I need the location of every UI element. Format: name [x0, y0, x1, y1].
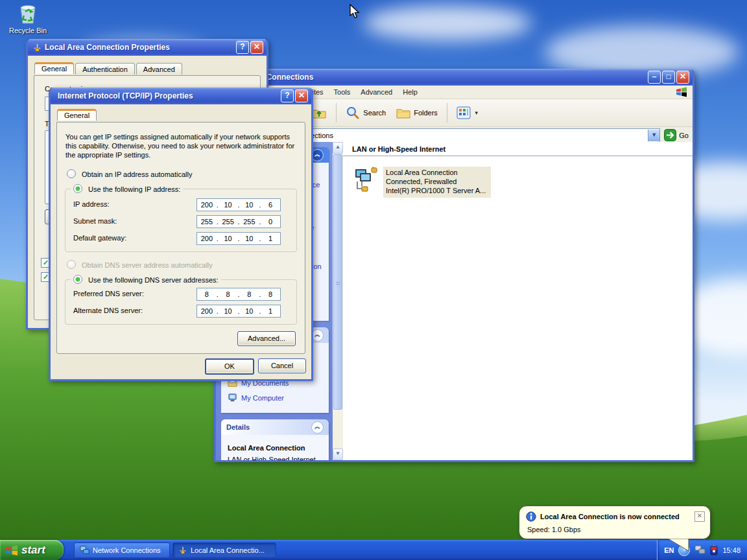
start-windows-flag-icon	[5, 544, 18, 557]
window-title: Network Connections	[231, 73, 646, 82]
alternate-dns-row: Alternate DNS server: 200. 10. 10. 1	[72, 305, 290, 318]
taskbar-button-lan-properties[interactable]: Local Area Connectio...	[172, 542, 276, 558]
close-button[interactable]: ✕	[250, 41, 263, 54]
default-gateway-label: Default gateway:	[73, 234, 126, 242]
help-button[interactable]: ?	[281, 89, 294, 102]
taskbar: start Network Connections Local Area Con…	[0, 540, 747, 560]
lan-properties-titlebar[interactable]: Local Area Connection Properties ? ✕	[28, 39, 267, 56]
collapse-chevron-icon[interactable]: ︽	[311, 421, 324, 434]
menu-help[interactable]: Help	[397, 87, 423, 97]
dialog-title: Local Area Connection Properties	[42, 43, 235, 52]
tcpip-general-tabpage: You can get IP settings assigned automat…	[56, 122, 305, 354]
clock[interactable]: 15:48	[722, 546, 741, 554]
network-connections-titlebar[interactable]: Network Connections – □ ✕	[216, 69, 693, 86]
alternate-dns-field[interactable]: 200. 10. 10. 1	[196, 305, 281, 318]
views-button[interactable]: ▼	[453, 104, 483, 122]
connection-device: Intel(R) PRO/1000 T Server A...	[386, 186, 486, 195]
my-computer-icon	[228, 393, 237, 402]
toolbar-separator	[447, 103, 447, 122]
menu-tools[interactable]: Tools	[329, 87, 356, 97]
lan-properties-dialog-icon	[32, 43, 42, 52]
balloon-tail	[667, 539, 690, 552]
views-dropdown-arrow: ▼	[474, 110, 479, 116]
recycle-bin-label: Recycle Bin	[8, 27, 48, 34]
dialog-title: Internet Protocol (TCP/IP) Properties	[55, 91, 279, 100]
search-button[interactable]: Search	[342, 104, 390, 122]
network-connections-taskbar-icon	[80, 545, 89, 555]
alternate-dns-label: Alternate DNS server:	[73, 307, 143, 314]
help-button[interactable]: ?	[236, 41, 249, 54]
preferred-dns-field[interactable]: 8. 8. 8. 8	[196, 288, 281, 301]
details-header[interactable]: Details ︽	[221, 419, 329, 435]
cancel-button[interactable]: Cancel	[258, 358, 306, 373]
recycle-bin-icon	[17, 3, 39, 25]
details-panel: Details ︽ Local Area Connection LAN or H…	[221, 419, 329, 460]
menu-advanced[interactable]: Advanced	[355, 87, 397, 97]
obtain-ip-radio[interactable]: Obtain an IP address automatically	[67, 169, 192, 178]
close-button[interactable]: ✕	[295, 89, 308, 102]
other-places-my-computer[interactable]: My Computer	[228, 393, 325, 402]
connection-item-text: Local Area Connection Connected, Firewal…	[383, 167, 491, 198]
go-button[interactable]: Go	[664, 129, 689, 141]
lan-connection-icon	[353, 167, 378, 192]
subnet-mask-field[interactable]: 255. 255. 255. 0	[196, 215, 281, 228]
minimize-button[interactable]: –	[648, 71, 661, 84]
go-icon	[664, 129, 676, 141]
ip-address-label: IP address:	[73, 200, 109, 208]
up-icon	[311, 105, 327, 121]
task-pane-scrollbar[interactable]: ▲ ▼	[333, 142, 343, 460]
maximize-button[interactable]: □	[662, 71, 675, 84]
folders-label: Folders	[414, 109, 438, 117]
battery-tray-icon[interactable]	[710, 545, 718, 555]
balloon-title: Local Area Connection is now connected	[540, 513, 680, 520]
scroll-thumb[interactable]	[333, 154, 342, 410]
network-tray-icon[interactable]	[694, 545, 706, 555]
connections-list: LAN or High-Speed Internet Local Area Co…	[343, 142, 693, 460]
tcpip-intro-text: You can get IP settings assigned automat…	[65, 132, 296, 159]
folders-icon	[396, 106, 410, 120]
notification-balloon: Local Area Connection is now connected ✕…	[519, 506, 711, 539]
ok-button[interactable]: OK	[205, 358, 254, 375]
connection-item[interactable]: Local Area Connection Connected, Firewal…	[353, 167, 693, 198]
preferred-dns-row: Preferred DNS server: 8. 8. 8. 8	[72, 288, 290, 301]
tcpip-dialog: Internet Protocol (TCP/IP) Properties ? …	[49, 88, 313, 381]
scroll-down-button[interactable]: ▼	[333, 449, 343, 460]
start-button[interactable]: start	[0, 540, 64, 560]
obtain-dns-radio-disabled: Obtain DNS server address automatically	[67, 260, 213, 269]
connection-name: Local Area Connection	[386, 168, 486, 177]
ip-address-row: IP address: 200. 10. 10. 6	[72, 198, 290, 211]
search-label: Search	[363, 109, 386, 117]
ip-address-field[interactable]: 200. 10. 10. 6	[196, 198, 281, 211]
balloon-body: Speed: 1.0 Gbps	[527, 526, 705, 533]
details-connection-type: LAN or High-Speed Internet	[228, 456, 325, 460]
recycle-bin-desktop-icon[interactable]: Recycle Bin	[8, 3, 48, 34]
default-gateway-row: Default gateway: 200. 10. 10. 1	[72, 232, 290, 245]
static-dns-group: Use the following DNS server addresses: …	[65, 279, 297, 325]
tab-advanced[interactable]: Advanced	[136, 63, 182, 75]
default-gateway-field[interactable]: 200. 10. 10. 1	[196, 232, 281, 245]
tab-general[interactable]: General	[34, 62, 74, 74]
details-connection-name: Local Area Connection	[228, 444, 325, 452]
start-label: start	[21, 544, 45, 557]
close-button[interactable]: ✕	[676, 71, 689, 84]
tab-authentication[interactable]: Authentication	[75, 63, 135, 75]
tcpip-titlebar[interactable]: Internet Protocol (TCP/IP) Properties ? …	[51, 88, 311, 104]
tcpip-tabs: General	[57, 109, 97, 121]
balloon-close-button[interactable]: ✕	[694, 511, 705, 522]
preferred-dns-label: Preferred DNS server:	[73, 290, 144, 298]
advanced-button[interactable]: Advanced...	[237, 331, 296, 346]
radio-disabled-icon	[67, 260, 76, 269]
address-dropdown-button[interactable]: ▼	[648, 130, 659, 141]
use-dns-radio[interactable]: Use the following DNS server addresses:	[71, 275, 221, 284]
scroll-up-button[interactable]: ▲	[333, 142, 343, 154]
views-icon	[456, 106, 471, 120]
radio-selected-icon	[73, 184, 82, 193]
use-ip-radio[interactable]: Use the following IP address:	[71, 184, 183, 193]
subnet-mask-label: Subnet mask:	[73, 217, 117, 225]
windows-logo-icon	[676, 86, 687, 98]
taskbar-button-network-connections[interactable]: Network Connections	[74, 542, 170, 558]
tab-general[interactable]: General	[57, 109, 97, 121]
cloud	[363, 5, 532, 41]
details-title: Details	[226, 423, 250, 431]
folders-button[interactable]: Folders	[392, 104, 442, 122]
